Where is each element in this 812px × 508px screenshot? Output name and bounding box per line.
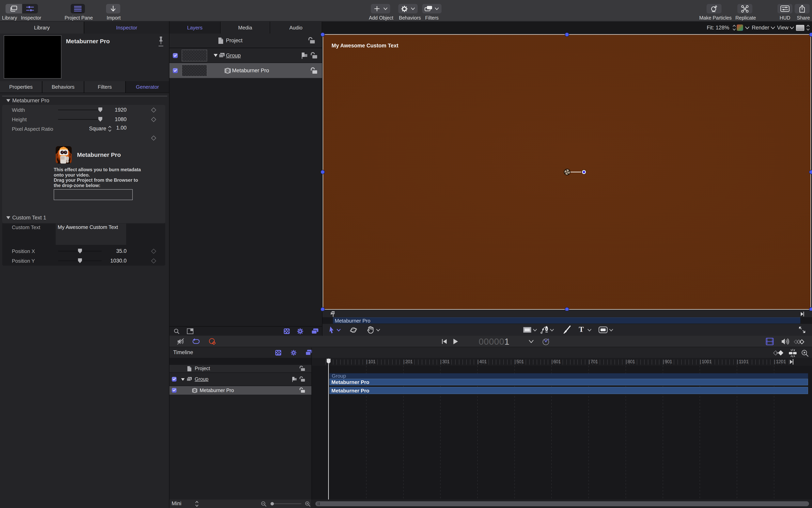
svg-text:2: 2 xyxy=(194,389,196,393)
svg-text:2: 2 xyxy=(226,68,229,73)
